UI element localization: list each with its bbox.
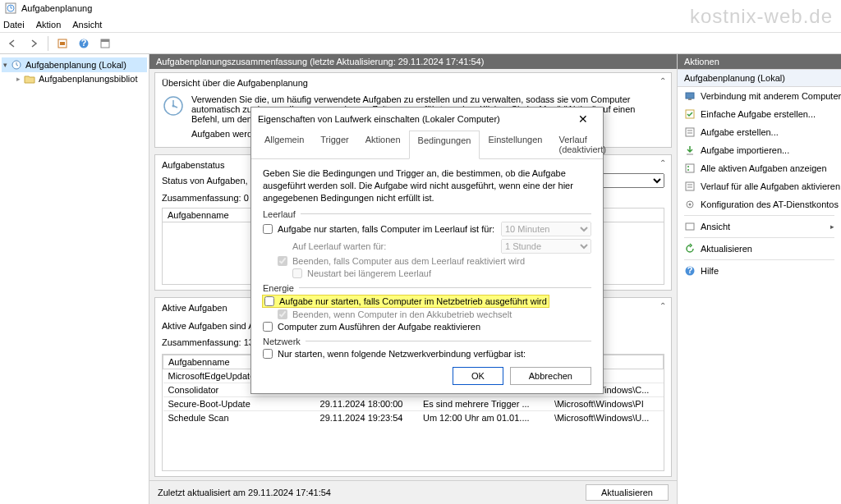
forward-button[interactable] [25, 34, 43, 53]
action-help[interactable]: ?Hilfe [678, 262, 841, 280]
idle-legend: Leerlauf [263, 209, 296, 219]
create-icon [684, 126, 696, 138]
power-legend: Energie [263, 283, 294, 293]
overview-title: Übersicht über die Aufgabenplanung [162, 78, 664, 88]
svg-rect-17 [686, 93, 694, 99]
tab-actions[interactable]: Aktionen [357, 131, 409, 158]
menubar: Datei Aktion Ansicht [0, 16, 841, 33]
idle-start-checkbox[interactable] [263, 224, 273, 234]
menu-view[interactable]: Ansicht [72, 20, 102, 30]
idle-wait-label: Auf Leerlauf warten für: [292, 241, 457, 251]
svg-point-26 [687, 169, 689, 171]
menu-file[interactable]: Datei [3, 20, 25, 30]
action-view[interactable]: Ansicht▸ [678, 218, 841, 236]
import-icon [684, 144, 696, 156]
idle-stop-label: Beenden, falls Computer aus dem Leerlauf… [292, 256, 591, 266]
idle-duration-select: 10 Minuten [501, 222, 591, 236]
power-wake-label: Computer zum Ausführen der Aufgabe reakt… [278, 322, 591, 332]
back-button[interactable] [3, 34, 21, 53]
action-show-active[interactable]: Alle aktiven Aufgaben anzeigen [678, 159, 841, 177]
actions-title: Aktionen [678, 54, 841, 69]
history-icon [684, 181, 696, 192]
list-icon [684, 163, 696, 174]
idle-restart-label: Neustart bei längerem Leerlauf [307, 268, 591, 278]
tab-history[interactable]: Verlauf (deaktiviert) [550, 131, 614, 158]
svg-rect-9 [101, 39, 109, 42]
svg-text:?: ? [81, 38, 87, 48]
tree-root[interactable]: ▾ Aufgabenplanung (Lokal) [2, 57, 147, 72]
tab-settings[interactable]: Einstellungen [480, 131, 550, 158]
action-import[interactable]: Aufgabe importieren... [678, 141, 841, 159]
action-connect[interactable]: Verbindung mit anderem Computer h... [678, 87, 841, 105]
dialog-tabs: Allgemein Trigger Aktionen Bedingungen E… [251, 131, 603, 159]
refresh-button[interactable]: Aktualisieren [586, 484, 669, 501]
collapse-icon[interactable]: ⌃ [659, 76, 666, 85]
tab-trigger[interactable]: Trigger [312, 131, 356, 158]
svg-text:?: ? [687, 265, 693, 275]
idle-wait-select: 1 Stunde [501, 239, 591, 254]
folder-icon [24, 74, 35, 84]
toolbar-btn-1[interactable] [53, 34, 71, 53]
idle-start-label: Aufgabe nur starten, falls Computer im L… [278, 224, 496, 234]
actions-subtitle: Aufgabenplanung (Lokal) [678, 69, 841, 87]
close-button[interactable]: ✕ [570, 109, 596, 129]
refresh-icon [684, 243, 696, 254]
properties-dialog: Eigenschaften von Laufwerk einschalten (… [250, 107, 604, 394]
action-create-task[interactable]: Aufgabe erstellen... [678, 123, 841, 141]
action-refresh[interactable]: Aktualisieren [678, 240, 841, 258]
ok-button[interactable]: OK [453, 367, 503, 385]
power-ac-label: Aufgabe nur starten, falls Computer im N… [279, 296, 547, 306]
idle-restart-checkbox [292, 268, 302, 278]
svg-point-16 [172, 105, 175, 108]
tree-library[interactable]: ▸ Aufgabenplanungsbibliot [2, 72, 147, 85]
power-stop-checkbox [278, 309, 287, 319]
svg-rect-27 [686, 182, 694, 190]
svg-rect-24 [686, 164, 694, 172]
tab-general[interactable]: Allgemein [256, 131, 312, 158]
table-row[interactable]: Schedule Scan29.11.2024 19:23:54Um 12:00… [163, 411, 664, 425]
view-icon [684, 221, 696, 232]
help-icon: ? [684, 265, 696, 277]
power-stop-label: Beenden, wenn Computer in den Akkubetrie… [292, 309, 591, 319]
gear-icon [684, 199, 696, 210]
net-only-checkbox[interactable] [263, 349, 273, 359]
dialog-title: Eigenschaften von Laufwerk einschalten (… [258, 114, 500, 124]
svg-point-31 [689, 204, 692, 206]
svg-rect-20 [686, 128, 694, 136]
action-at-config[interactable]: Konfiguration des AT-Dienstkontos [678, 195, 841, 213]
app-icon [5, 2, 16, 14]
chevron-down-icon: ▾ [3, 61, 7, 69]
action-simple-task[interactable]: Einfache Aufgabe erstellen... [678, 105, 841, 123]
net-legend: Netzwerk [263, 337, 301, 346]
table-row[interactable]: Secure-Boot-Update29.11.2024 18:00:00Es … [163, 397, 664, 411]
tab-conditions[interactable]: Bedingungen [409, 131, 480, 159]
svg-rect-32 [686, 223, 694, 230]
window-titlebar: Aufgabenplanung [0, 0, 841, 16]
menu-action[interactable]: Aktion [36, 20, 62, 30]
footer-timestamp: Zuletzt aktualisiert am 29.11.2024 17:41… [158, 488, 331, 497]
power-wake-checkbox[interactable] [263, 322, 273, 332]
overview-clock-icon [162, 94, 185, 117]
collapse-icon[interactable]: ⌃ [659, 301, 666, 310]
svg-rect-5 [60, 42, 65, 45]
tree-library-label: Aufgabenplanungsbibliot [39, 74, 138, 84]
cancel-button[interactable]: Abbrechen [510, 367, 591, 385]
clock-icon [11, 59, 22, 71]
center-footer: Zuletzt aktualisiert am 29.11.2024 17:41… [149, 480, 677, 504]
dialog-titlebar: Eigenschaften von Laufwerk einschalten (… [251, 108, 603, 131]
toolbar-btn-3[interactable] [96, 34, 114, 53]
svg-rect-18 [688, 99, 692, 100]
chevron-right-icon: ▸ [16, 75, 21, 83]
toolbar-help-button[interactable]: ? [75, 34, 93, 53]
action-enable-history[interactable]: Verlauf für alle Aufgaben aktivieren [678, 177, 841, 195]
power-ac-checkbox[interactable] [264, 296, 274, 306]
svg-point-25 [687, 166, 689, 167]
toolbar: ? [0, 33, 841, 54]
center-header: Aufgabenplanungszusammenfassung (letzte … [149, 54, 677, 69]
computer-icon [684, 90, 696, 102]
nav-tree: ▾ Aufgabenplanung (Lokal) ▸ Aufgabenplan… [0, 54, 149, 504]
collapse-icon[interactable]: ⌃ [659, 158, 666, 167]
tree-root-label: Aufgabenplanung (Lokal) [25, 60, 126, 70]
actions-pane: Aktionen Aufgabenplanung (Lokal) Verbind… [677, 54, 841, 504]
task-icon [684, 108, 696, 120]
